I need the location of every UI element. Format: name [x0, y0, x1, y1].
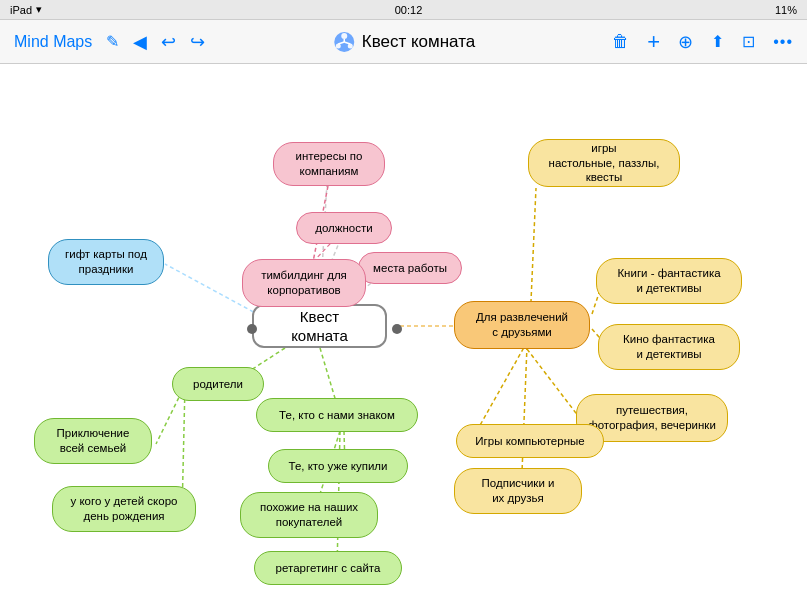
svg-point-2 [335, 43, 340, 48]
svg-point-3 [347, 43, 352, 48]
status-battery: 11% [775, 4, 797, 16]
mind-map-canvas[interactable]: Квест комната интересы покомпаниям должн… [0, 64, 807, 605]
node-books[interactable]: Книги - фантастикаи детективы [596, 258, 742, 304]
trash-button[interactable]: 🗑 [606, 28, 635, 56]
toolbar-left: Mind Maps ✎ ◀ ↩ ↪ [8, 27, 211, 57]
node-lookalike[interactable]: похожие на нашихпокупателей [240, 492, 378, 538]
svg-line-16 [527, 349, 582, 421]
node-workplaces[interactable]: места работы [358, 252, 462, 284]
status-left: iPad ▾ [10, 3, 42, 16]
node-parents[interactable]: родители [172, 367, 264, 401]
toolbar: Mind Maps ✎ ◀ ↩ ↪ Квест комната 🗑 + ⊕ ⬆ … [0, 20, 807, 64]
node-acquainted[interactable]: Те, кто с нами знаком [256, 398, 418, 432]
node-familyadventure[interactable]: Приключениевсей семьей [34, 418, 152, 464]
node-subscribers[interactable]: Подписчики иих друзья [454, 468, 582, 514]
share-button[interactable]: ⬆ [705, 28, 730, 55]
status-bar: iPad ▾ 00:12 11% [0, 0, 807, 20]
node-boardgames[interactable]: игрынастольные, паззлы, квесты [528, 139, 680, 187]
add-button[interactable]: + [641, 25, 666, 59]
node-positions[interactable]: должности [296, 212, 392, 244]
signal-icon: ▾ [36, 3, 42, 16]
node-teambuilding[interactable]: тимбилдинг длякорпоративов [242, 259, 366, 307]
handle-left [247, 324, 257, 334]
handle-right [392, 324, 402, 334]
node-giftcards[interactable]: гифт карты подпраздники [48, 239, 164, 285]
back-button[interactable]: ◀ [127, 27, 153, 57]
app-name-button[interactable]: Mind Maps [8, 29, 98, 55]
redo-button[interactable]: ↪ [184, 27, 211, 57]
svg-point-1 [341, 33, 347, 39]
document-title: Квест комната [362, 32, 476, 52]
node-alreadybought[interactable]: Те, кто уже купили [268, 449, 408, 483]
more-button[interactable]: ••• [767, 29, 799, 55]
toolbar-right: 🗑 + ⊕ ⬆ ⊡ ••• [606, 25, 799, 59]
undo-button[interactable]: ↩ [155, 27, 182, 57]
node-computergames[interactable]: Игры компьютерные [456, 424, 604, 458]
node-center[interactable]: Квест комната [252, 304, 387, 348]
edit-button[interactable]: ✎ [100, 28, 125, 55]
camera-button[interactable]: ⊡ [736, 28, 761, 55]
toolbar-center: Квест комната [332, 30, 476, 54]
node-cinema[interactable]: Кино фантастикаи детективы [598, 324, 740, 370]
status-time: 00:12 [395, 4, 423, 16]
node-birthday[interactable]: у кого у детей скородень рождения [52, 486, 196, 532]
node-interests[interactable]: интересы покомпаниям [273, 142, 385, 186]
add-node-button[interactable]: ⊕ [672, 27, 699, 57]
node-retargeting[interactable]: ретаргетинг с сайта [254, 551, 402, 585]
ipad-label: iPad [10, 4, 32, 16]
node-entertainment[interactable]: Для развлеченийс друзьями [454, 301, 590, 349]
mindmap-logo-icon [332, 30, 356, 54]
